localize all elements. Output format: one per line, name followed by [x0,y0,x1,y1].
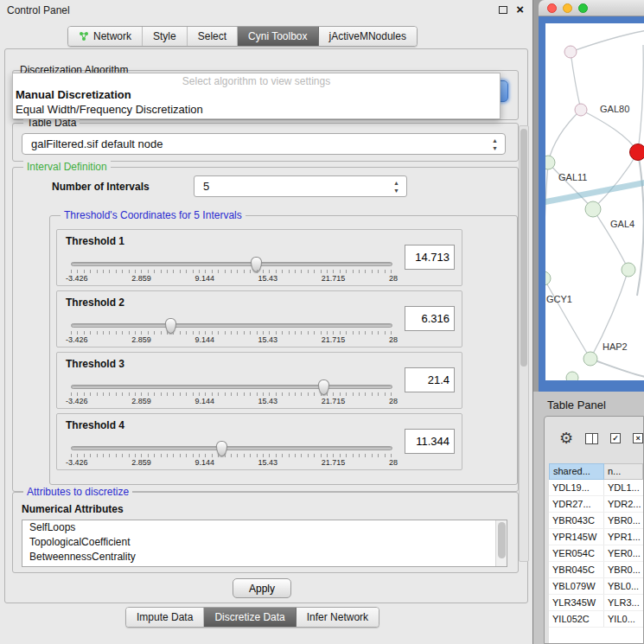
tick-label: 28 [389,274,398,283]
tab-label: Select [198,30,226,42]
close-window-button[interactable]: × [516,4,524,15]
table-row[interactable]: YBR043CYBR0... [549,513,643,529]
shared-name-cell[interactable]: YDL19... [549,480,604,495]
threshold-value-input[interactable] [405,245,455,270]
table-row[interactable]: YBL079WYBL0... [549,578,643,595]
shared-name-cell[interactable]: YLR345W [549,595,604,610]
attributes-group: Attributes to discretize Numerical Attri… [12,492,519,573]
spinner-arrows-icon[interactable]: ▲▼ [393,179,399,194]
network-edge[interactable] [637,152,644,296]
name-cell[interactable]: YBR0... [604,562,643,577]
threshold-value-input[interactable] [405,367,455,392]
panel-scrollbar-thumb[interactable] [520,129,527,367]
shared-name-cell[interactable]: YDR27... [549,496,604,512]
network-node-gcy1[interactable] [545,271,551,285]
network-edge[interactable] [545,163,548,278]
name-cell[interactable]: YER0... [604,545,643,561]
slider-track[interactable] [71,323,392,328]
network-edge[interactable] [593,152,638,209]
network-graph[interactable]: GAL80GAL11GAL4GCY1HAP2 [545,23,644,380]
shared-name-cell[interactable]: YBR045C [549,562,604,577]
tab-cyni-toolbox[interactable]: Cyni Toolbox [238,27,318,46]
dropdown-option-manual-discretization[interactable]: Manual Discretization [13,87,500,102]
select-all-icon[interactable]: ✓ [610,433,621,443]
arrow-up-icon[interactable]: ▲ [393,179,399,187]
gear-icon[interactable]: ⚙ [559,430,573,446]
dropdown-option-equal-width[interactable]: Equal Width/Frequency Discretization [13,102,500,117]
table-row[interactable]: YLR345WYLR3... [549,595,643,611]
close-traffic-light[interactable] [547,3,557,13]
zoom-traffic-light[interactable] [578,3,588,13]
slider-track[interactable] [71,385,392,389]
network-edge[interactable] [548,110,581,163]
shared-name-cell[interactable]: YBL079W [549,578,604,594]
network-view-window: GAL80GAL11GAL4GCY1HAP2 [539,0,644,392]
name-cell[interactable]: YBR0... [604,513,643,528]
network-node[interactable] [622,263,635,277]
network-edge[interactable] [545,182,644,203]
arrow-down-icon[interactable]: ▼ [393,187,399,194]
tab-jactivemnodules[interactable]: jActiveMNodules [319,27,417,46]
shared-name-cell[interactable]: YIL052C [549,611,604,627]
network-window-titlebar[interactable] [539,0,644,16]
list-item[interactable]: TopologicalCoefficient [22,535,507,550]
name-cell[interactable]: YIL0... [604,611,643,627]
minimize-traffic-light[interactable] [563,3,572,13]
column-header-shared-name[interactable]: shared... [549,463,604,480]
table-row[interactable]: YPR145WYPR1... [549,529,643,545]
apply-button[interactable]: Apply [233,578,291,598]
slider-track[interactable] [71,446,392,450]
table-row[interactable]: YDL19...YDL1... [549,480,643,496]
panel-scrollbar[interactable] [519,125,529,562]
tab-select[interactable]: Select [188,27,238,46]
table-row[interactable]: YER054CYER0... [549,545,643,562]
threshold-value-input[interactable] [405,306,455,331]
network-edge[interactable] [571,30,644,52]
network-edge[interactable] [571,52,581,110]
float-window-button[interactable] [499,6,507,14]
name-cell[interactable]: YPR1... [604,529,643,545]
list-item[interactable]: SelfLoops [22,520,507,535]
columns-icon[interactable] [585,433,598,444]
table-row[interactable]: YBR045CYBR0... [549,562,643,578]
column-header-name[interactable]: n... [604,463,643,480]
network-node-gal4[interactable] [585,201,601,217]
network-node[interactable] [564,46,577,58]
list-item[interactable]: BetweennessCentrality [22,550,507,564]
tab-discretize-data[interactable]: Discretize Data [204,608,296,627]
shared-name-cell[interactable]: YPR145W [549,529,604,545]
name-cell[interactable]: YLR3... [604,595,643,610]
threshold-value-input[interactable] [405,429,455,454]
network-node[interactable] [566,372,578,380]
list-scrollbar-thumb[interactable] [498,522,506,558]
deselect-all-icon[interactable]: × [633,433,643,443]
table-row[interactable]: YIL052CYIL0... [549,611,643,628]
slider-track[interactable] [71,262,392,266]
table-data-combo[interactable]: galFiltered.sif default node ▲▼ [22,133,506,155]
network-edge[interactable] [590,359,644,378]
shared-name-cell[interactable]: YER054C [549,545,604,561]
number-of-intervals-spinner[interactable]: 5 ▲▼ [194,175,407,197]
table-row[interactable]: YDR27...YDR2... [549,496,643,513]
network-node-selected-red[interactable] [630,144,644,161]
tab-network[interactable]: Network [68,27,143,46]
tab-style[interactable]: Style [143,27,188,46]
table-toolbar: ⚙ ✓ × [545,417,643,460]
network-node-hap2[interactable] [583,352,597,366]
network-canvas[interactable]: GAL80GAL11GAL4GCY1HAP2 [545,23,644,380]
tab-infer-network[interactable]: Infer Network [296,608,379,627]
control-panel-window: Control Panel × Network Style Select Cyn… [0,0,533,644]
tab-label: Discretize Data [214,611,284,623]
list-scrollbar[interactable] [495,520,507,566]
network-edge[interactable] [545,278,590,359]
shared-name-cell[interactable]: YBR043C [549,513,604,528]
name-cell[interactable]: YDL1... [604,480,643,495]
network-edge[interactable] [581,110,638,152]
tick-label: 21.715 [322,458,346,467]
tab-impute-data[interactable]: Impute Data [126,608,204,627]
network-edge[interactable] [638,45,643,152]
network-node-gal80[interactable] [575,104,587,116]
network-node-gal11[interactable] [545,156,555,169]
name-cell[interactable]: YBL0... [604,578,643,594]
name-cell[interactable]: YDR2... [604,496,643,512]
